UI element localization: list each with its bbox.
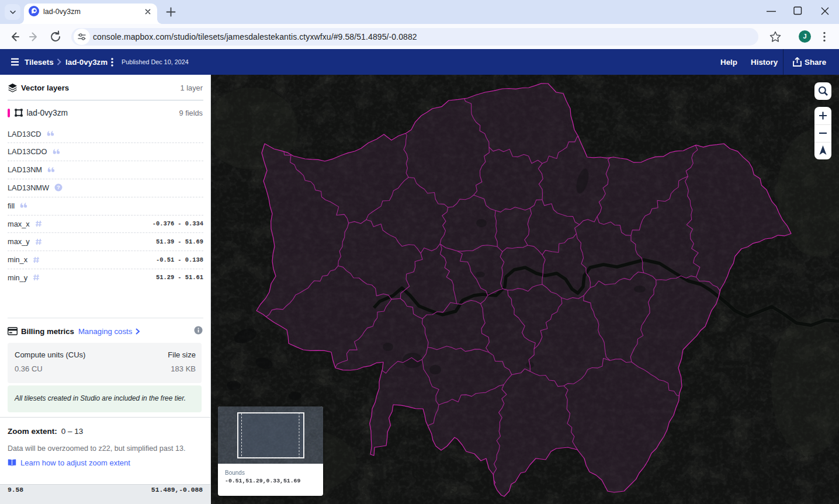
svg-text:?: ? — [57, 185, 60, 191]
